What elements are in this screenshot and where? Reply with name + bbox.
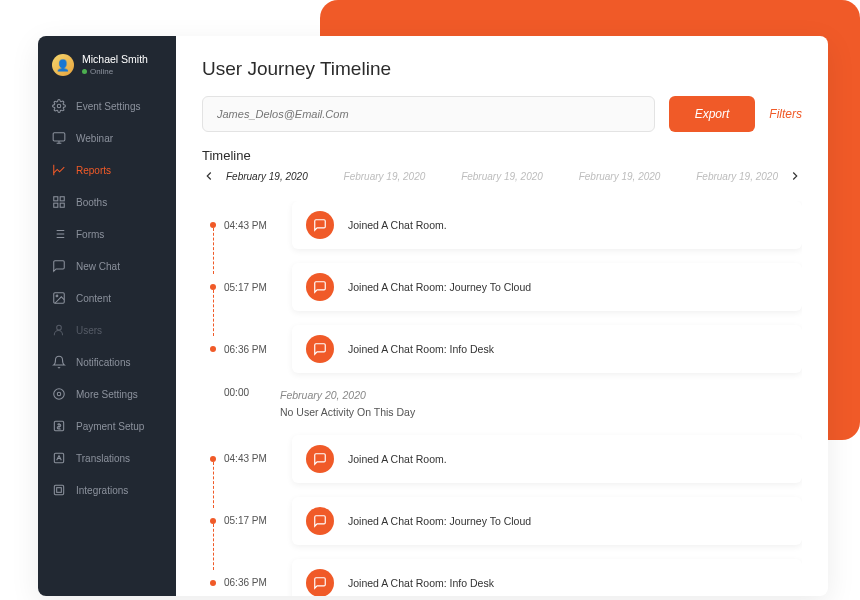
sidebar-item-label: Content [76, 293, 111, 304]
timeline-gap-date: February 20, 2020 [280, 387, 415, 404]
sidebar-item-webinar[interactable]: Webinar [38, 122, 176, 154]
timeline-row: 04:43 PMJoined A Chat Room. [210, 201, 802, 249]
status-dot-icon [82, 69, 87, 74]
timeline-card[interactable]: Joined A Chat Room: Info Desk [292, 325, 802, 373]
timeline-text: Joined A Chat Room. [348, 453, 447, 465]
chevron-right-icon[interactable] [788, 169, 802, 183]
timeline-section: Timeline February 19, 2020February 19, 2… [202, 148, 802, 596]
chart-icon [52, 163, 66, 177]
timeline-time-col: 05:17 PM [210, 515, 272, 526]
timeline-dot-icon [210, 284, 216, 290]
timeline-gap-body: February 20, 2020No User Activity On Thi… [280, 387, 415, 421]
sidebar-item-label: Translations [76, 453, 130, 464]
profile-info: Michael Smith Online [82, 54, 148, 76]
date-tab[interactable]: February 19, 2020 [461, 171, 543, 182]
svg-rect-7 [60, 204, 64, 208]
sidebar-item-content[interactable]: Content [38, 282, 176, 314]
search-row: Export Filters [202, 96, 802, 132]
chevron-left-icon[interactable] [202, 169, 216, 183]
timeline-card[interactable]: Joined A Chat Room: Journey To Cloud [292, 497, 802, 545]
profile-name: Michael Smith [82, 54, 148, 66]
dollar-icon [52, 419, 66, 433]
timeline-gap: 00:00February 20, 2020No User Activity O… [210, 387, 802, 421]
timeline-gap-time: 00:00 [210, 387, 258, 398]
date-selector: February 19, 2020February 19, 2020Februa… [202, 169, 802, 183]
timeline-card[interactable]: Joined A Chat Room: Info Desk [292, 559, 802, 596]
timeline-dot-icon [210, 580, 216, 586]
svg-rect-5 [60, 197, 64, 201]
timeline-row: 04:43 PMJoined A Chat Room. [210, 435, 802, 483]
bell-icon [52, 355, 66, 369]
sidebar-item-label: Notifications [76, 357, 130, 368]
timeline-text: Joined A Chat Room: Journey To Cloud [348, 281, 531, 293]
sidebar-item-more-settings[interactable]: More Settings [38, 378, 176, 410]
main-content: User Journey Timeline Export Filters Tim… [176, 36, 828, 596]
timeline-time-col: 06:36 PM [210, 577, 272, 588]
chat-icon [306, 507, 334, 535]
timeline-text: Joined A Chat Room: Info Desk [348, 577, 494, 589]
sidebar-item-label: Integrations [76, 485, 128, 496]
svg-point-18 [54, 389, 65, 400]
search-input[interactable] [202, 96, 655, 132]
sidebar-item-event-settings[interactable]: Event Settings [38, 90, 176, 122]
sidebar-item-label: More Settings [76, 389, 138, 400]
sidebar-item-forms[interactable]: Forms [38, 218, 176, 250]
sliders-icon [52, 387, 66, 401]
timeline-card[interactable]: Joined A Chat Room: Journey To Cloud [292, 263, 802, 311]
page-title: User Journey Timeline [202, 58, 802, 80]
gear-icon [52, 99, 66, 113]
timeline-time: 05:17 PM [224, 515, 267, 526]
timeline-card[interactable]: Joined A Chat Room. [292, 201, 802, 249]
avatar: 👤 [52, 54, 74, 76]
sidebar-item-label: New Chat [76, 261, 120, 272]
sidebar-item-reports[interactable]: Reports [38, 154, 176, 186]
sidebar-item-label: Forms [76, 229, 104, 240]
link-icon [52, 483, 66, 497]
svg-rect-4 [54, 197, 58, 201]
svg-point-17 [57, 393, 61, 397]
sidebar-nav: Event SettingsWebinarReportsBoothsFormsN… [38, 90, 176, 506]
filters-link[interactable]: Filters [769, 107, 802, 121]
sidebar-item-notifications[interactable]: Notifications [38, 346, 176, 378]
timeline-card[interactable]: Joined A Chat Room. [292, 435, 802, 483]
date-tabs: February 19, 2020February 19, 2020Februa… [222, 171, 782, 182]
chat-icon [306, 211, 334, 239]
sidebar-item-booths[interactable]: Booths [38, 186, 176, 218]
timeline-time-col: 04:43 PM [210, 220, 272, 231]
timeline-dot-icon [210, 456, 216, 462]
timeline-time-col: 04:43 PM [210, 453, 272, 464]
timeline-time-col: 05:17 PM [210, 282, 272, 293]
list-icon [52, 227, 66, 241]
timeline-dot-icon [210, 518, 216, 524]
date-tab[interactable]: February 19, 2020 [344, 171, 426, 182]
sidebar-item-new-chat[interactable]: New Chat [38, 250, 176, 282]
timeline-time: 06:36 PM [224, 577, 267, 588]
profile-status: Online [82, 68, 148, 77]
svg-point-16 [57, 326, 62, 331]
svg-rect-21 [54, 486, 63, 495]
date-tab[interactable]: February 19, 2020 [579, 171, 661, 182]
profile[interactable]: 👤 Michael Smith Online [38, 54, 176, 90]
export-button[interactable]: Export [669, 96, 756, 132]
chat-icon [306, 335, 334, 363]
timeline-time: 04:43 PM [224, 220, 267, 231]
sidebar-item-label: Payment Setup [76, 421, 144, 432]
timeline-body[interactable]: 04:43 PMJoined A Chat Room.05:17 PMJoine… [202, 201, 802, 596]
sidebar-item-integrations[interactable]: Integrations [38, 474, 176, 506]
app-window: 👤 Michael Smith Online Event SettingsWeb… [38, 36, 828, 596]
sidebar-item-users[interactable]: Users [38, 314, 176, 346]
date-tab[interactable]: February 19, 2020 [226, 171, 308, 182]
timeline-text: Joined A Chat Room. [348, 219, 447, 231]
sidebar-item-translations[interactable]: Translations [38, 442, 176, 474]
date-tab[interactable]: February 19, 2020 [696, 171, 778, 182]
sidebar-item-label: Users [76, 325, 102, 336]
timeline-time: 06:36 PM [224, 344, 267, 355]
timeline-text: Joined A Chat Room: Journey To Cloud [348, 515, 531, 527]
timeline-time: 05:17 PM [224, 282, 267, 293]
timeline-label: Timeline [202, 148, 802, 163]
image-icon [52, 291, 66, 305]
timeline-row: 06:36 PMJoined A Chat Room: Info Desk [210, 325, 802, 373]
sidebar-item-payment-setup[interactable]: Payment Setup [38, 410, 176, 442]
grid-icon [52, 195, 66, 209]
timeline-dot-icon [210, 346, 216, 352]
